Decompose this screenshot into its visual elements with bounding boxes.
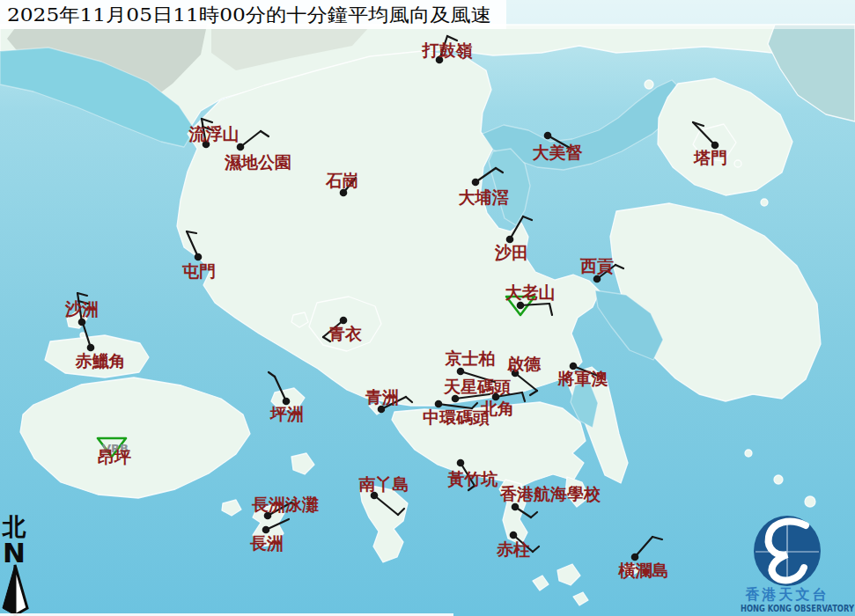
station-label: 中環碼頭 (423, 407, 490, 427)
station-label: 啟德 (506, 354, 542, 373)
station-label: 長洲 (249, 533, 284, 553)
hko-logo-en: HONG KONG OBSERVATORY (741, 604, 855, 613)
station-label: 塔門 (693, 148, 727, 167)
station-dot (195, 253, 203, 261)
station-ta-kwu-ling: 打鼓嶺 (422, 36, 473, 63)
station-dot (510, 532, 518, 539)
station-dot (457, 459, 465, 467)
islet-east (745, 450, 752, 457)
mirs-bay-islet (734, 160, 741, 167)
station-label: 長洲泳灘 (251, 495, 319, 514)
mirs-bay-islet (645, 80, 653, 89)
station-label: 西貢 (579, 256, 614, 275)
station-label: 昂坪 (98, 447, 131, 466)
station-label: 濕地公園 (224, 152, 291, 172)
station-dot (544, 132, 552, 140)
station-label: 京士柏 (445, 348, 496, 368)
station-label: 青衣 (328, 324, 363, 343)
station-label: 橫瀾島 (618, 561, 669, 580)
station-label: 沙田 (494, 243, 528, 262)
map-svg: 2025年11月05日11時00分的十分鐘平均風向及風速 打鼓嶺流浮山濕地公園石… (0, 0, 855, 616)
station-label: 坪洲 (269, 404, 304, 423)
station-label: 大老山 (505, 282, 556, 302)
station-label: 赤鱲角 (75, 351, 126, 370)
station-dot (631, 554, 639, 561)
station-label: 石崗 (325, 171, 359, 190)
station-dot (262, 526, 270, 534)
station-dot (87, 344, 95, 352)
station-dot (435, 400, 443, 408)
station-label: 香港航海學校 (499, 484, 601, 503)
wind-map: 2025年11月05日11時00分的十分鐘平均風向及風速 打鼓嶺流浮山濕地公園石… (0, 0, 855, 616)
station-label: 大埔滘 (459, 187, 509, 207)
station-dot (506, 236, 514, 244)
north-arrow: 北 N (2, 513, 28, 615)
station-dot (237, 143, 245, 151)
station-label: 青洲 (365, 387, 399, 407)
station-dot (457, 368, 465, 376)
station-dot (472, 179, 480, 187)
station-dot (593, 275, 601, 283)
station-label: 天星碼頭 (443, 377, 511, 396)
islet (80, 333, 85, 338)
station-label: 黃竹坑 (447, 469, 498, 488)
ninepin-islet (805, 496, 815, 507)
station-label: 赤柱 (496, 539, 530, 559)
ninepin-islet (774, 475, 783, 484)
station-label: 打鼓嶺 (422, 40, 473, 60)
station-label: 大美督 (533, 143, 583, 162)
station-dot (517, 302, 525, 310)
station-ngong-ping: VRB昂坪 (98, 438, 131, 466)
station-dot (340, 317, 348, 325)
mirs-bay-islet (761, 199, 768, 206)
station-label: 沙洲 (64, 299, 99, 319)
station-label: 流浮山 (188, 124, 240, 143)
station-label: 將軍澳 (557, 369, 608, 388)
hko-logo-zh: 香港天文台 (745, 586, 829, 603)
station-label: 南丫島 (358, 474, 409, 494)
map-title: 2025年11月05日11時00分的十分鐘平均風向及風速 (7, 4, 491, 26)
station-dot (78, 319, 86, 326)
station-dot (512, 503, 520, 511)
north-n-label: N (3, 537, 26, 568)
station-label: 屯門 (181, 261, 216, 281)
